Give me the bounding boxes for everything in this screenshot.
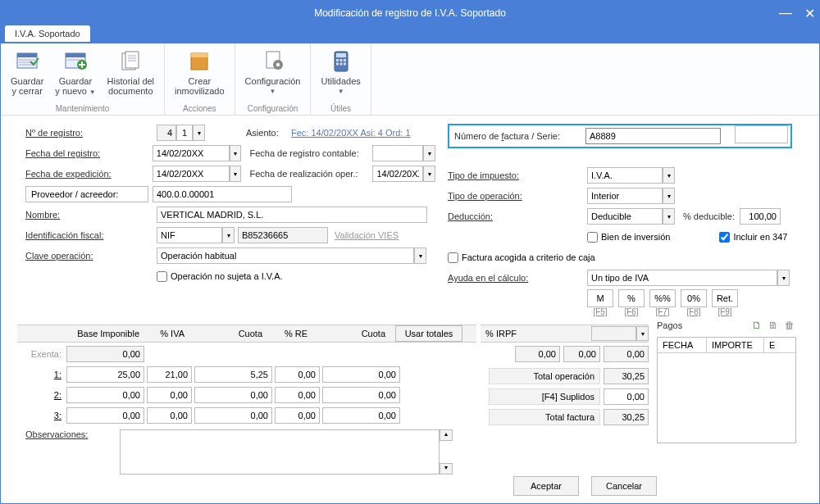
suplidos-input[interactable]: 0,00 xyxy=(604,388,649,405)
cancelar-button[interactable]: Cancelar xyxy=(591,476,657,496)
svg-point-20 xyxy=(276,63,279,66)
svg-rect-28 xyxy=(344,63,346,66)
fecha-realizacion-dd[interactable]: ▾ xyxy=(423,166,435,182)
fecha-expedicion-input[interactable] xyxy=(153,166,230,182)
fecha-expedicion-dd[interactable]: ▾ xyxy=(230,166,242,182)
tipo-impuesto-dd[interactable]: ▾ xyxy=(663,167,675,184)
idfiscal-tipo-input[interactable] xyxy=(157,227,222,243)
ayuda-calculo-label: Ayuda en el cálculo: xyxy=(448,273,587,283)
svg-rect-6 xyxy=(66,53,85,57)
idfiscal-label: Identificación fiscal: xyxy=(25,230,157,240)
tipo-operacion-dd[interactable]: ▾ xyxy=(663,188,675,204)
nregistro-sub-input[interactable] xyxy=(176,125,193,141)
historial-button[interactable]: Historial deldocumento xyxy=(104,47,157,98)
svg-rect-27 xyxy=(339,63,342,66)
op-no-sujeta-checkbox[interactable]: Operación no sujeta a I.V.A. xyxy=(157,271,283,282)
proveedor-input[interactable] xyxy=(153,186,292,202)
tipo-impuesto-label: Tipo de impuesto: xyxy=(448,170,587,180)
tipo-impuesto-input[interactable] xyxy=(587,167,663,184)
close-icon[interactable]: ✕ xyxy=(804,6,815,21)
fecha-reg-contable-input[interactable] xyxy=(372,145,423,161)
aceptar-button[interactable]: Aceptar xyxy=(513,476,579,496)
window-title: Modificación de registro de I.V.A. Sopor… xyxy=(314,7,506,19)
fecha-realizacion-input[interactable] xyxy=(372,166,423,182)
nregistro-dropdown[interactable]: ▾ xyxy=(193,125,205,141)
calc-0-button[interactable]: 0% xyxy=(681,289,707,307)
nombre-input[interactable] xyxy=(157,207,427,223)
pct-deducible-label: % deducible: xyxy=(683,211,735,221)
nregistro-label: Nº de registro: xyxy=(25,128,83,138)
cuota-input[interactable]: 0,00 xyxy=(194,387,272,403)
pagos-table: FECHA IMPORTE E xyxy=(657,337,796,443)
pct-deducible-input[interactable] xyxy=(740,208,781,225)
cuota2-input[interactable]: 0,00 xyxy=(322,366,400,383)
observaciones-input[interactable] xyxy=(120,429,440,474)
tab-header: I.V.A. Soportado xyxy=(1,25,819,43)
svg-rect-1 xyxy=(17,53,37,57)
svg-rect-25 xyxy=(344,59,346,61)
svg-rect-23 xyxy=(336,59,339,61)
fecha-registro-dd[interactable]: ▾ xyxy=(230,145,242,161)
ayuda-calculo-input[interactable] xyxy=(587,270,777,286)
clave-operacion-input[interactable] xyxy=(157,247,414,264)
deduccion-label: Deducción: xyxy=(448,211,587,221)
cuota2-input[interactable]: 0,00 xyxy=(322,407,400,424)
crear-inmovilizado-button[interactable]: Crearinmovilizado xyxy=(171,47,228,98)
calc--button[interactable]: %% xyxy=(649,289,676,307)
cuota-input[interactable]: 0,00 xyxy=(194,407,272,424)
pre-input[interactable]: 0,00 xyxy=(275,387,320,403)
num-factura-input[interactable] xyxy=(585,128,721,144)
pagos-add-icon[interactable]: 🗋 xyxy=(750,319,763,332)
pre-input[interactable]: 0,00 xyxy=(275,407,320,424)
tipo-operacion-input[interactable] xyxy=(587,188,663,204)
pre-input[interactable]: 0,00 xyxy=(275,366,320,383)
factura-caja-checkbox[interactable]: Factura acogida a criterio de caja xyxy=(448,252,595,263)
asiento-link[interactable]: Fec: 14/02/20XX Asi: 4 Ord: 1 xyxy=(291,128,411,138)
calc-M-button[interactable]: M xyxy=(587,289,613,307)
calc-Ret-button[interactable]: Ret. xyxy=(712,289,738,307)
fecha-registro-input[interactable] xyxy=(153,145,230,161)
deduccion-dd[interactable]: ▾ xyxy=(663,208,675,225)
deduccion-input[interactable] xyxy=(587,208,663,225)
configuracion-button[interactable]: Configuración▼ xyxy=(242,47,304,98)
base-input[interactable]: 25,00 xyxy=(66,366,144,383)
base-input[interactable]: 0,00 xyxy=(66,387,144,403)
observaciones-label: Observaciones: xyxy=(25,429,120,474)
piva-input[interactable]: 0,00 xyxy=(147,407,192,424)
svg-rect-22 xyxy=(336,53,346,57)
ribbon: Guardary cerrar Guardary nuevo ▼ Histori… xyxy=(1,43,819,116)
fecha-reg-contable-dd[interactable]: ▾ xyxy=(423,145,435,161)
exenta-label: Exenta: xyxy=(17,349,66,359)
idfiscal-num-input[interactable] xyxy=(238,227,328,243)
guardar-cerrar-button[interactable]: Guardary cerrar xyxy=(7,47,47,98)
pagos-delete-icon[interactable]: 🗑 xyxy=(783,319,796,332)
idfiscal-tipo-dd[interactable]: ▾ xyxy=(222,227,235,243)
ayuda-calculo-dd[interactable]: ▾ xyxy=(777,270,790,286)
tab-iva-soportado[interactable]: I.V.A. Soportado xyxy=(5,25,90,42)
cuota2-input[interactable]: 0,00 xyxy=(322,387,400,403)
pagos-label: Pagos xyxy=(657,320,682,330)
piva-input[interactable]: 21,00 xyxy=(147,366,192,383)
utilidades-button[interactable]: Utilidades▼ xyxy=(317,47,363,98)
pagos-edit-icon[interactable]: 🗎 xyxy=(767,319,780,332)
calc--button[interactable]: % xyxy=(618,289,645,307)
nregistro-input[interactable] xyxy=(157,125,176,141)
fecha-realizacion-label: Fecha de realización oper.: xyxy=(249,169,372,179)
usar-totales-button[interactable]: Usar totales xyxy=(395,325,462,342)
cuota-input[interactable]: 5,25 xyxy=(194,366,272,383)
guardar-nuevo-button[interactable]: Guardary nuevo ▼ xyxy=(52,47,98,98)
minimize-icon[interactable]: — xyxy=(779,6,792,21)
piva-input[interactable]: 0,00 xyxy=(147,387,192,403)
base-input[interactable]: 0,00 xyxy=(66,407,144,424)
obs-down[interactable]: ▾ xyxy=(440,463,453,474)
asiento-label: Asiento: xyxy=(246,128,291,138)
serie-input[interactable] xyxy=(735,125,788,143)
clave-operacion-dd[interactable]: ▾ xyxy=(414,247,426,264)
bien-inversion-checkbox[interactable]: Bien de inversión xyxy=(587,232,670,243)
incluir-347-checkbox[interactable]: Incluir en 347 xyxy=(719,232,787,243)
validacion-vies-link[interactable]: Validación VIES xyxy=(335,230,399,240)
tipo-operacion-label: Tipo de operación: xyxy=(448,191,587,201)
fecha-reg-contable-label: Fecha de registro contable: xyxy=(249,148,372,158)
obs-up[interactable]: ▴ xyxy=(440,429,453,441)
fecha-expedicion-label: Fecha de expedición: xyxy=(25,169,153,179)
